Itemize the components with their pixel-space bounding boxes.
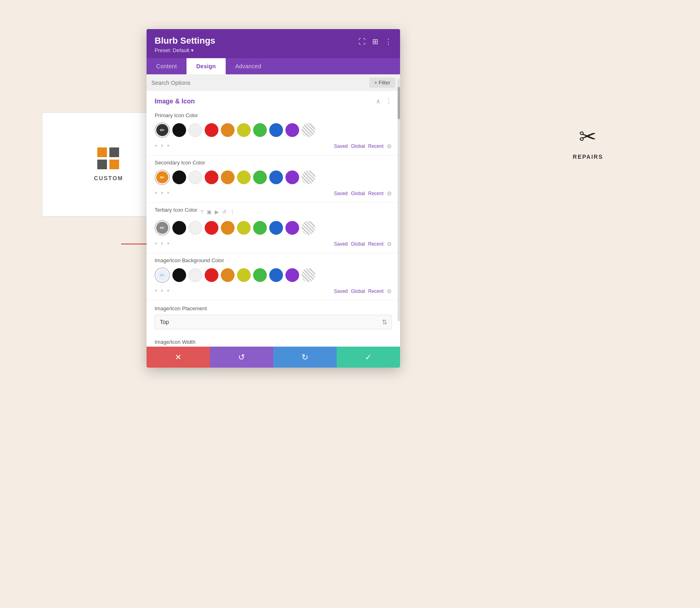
- swatch-black-3[interactable]: [172, 221, 186, 235]
- swatch-black-4[interactable]: [172, 268, 186, 282]
- layout-icon[interactable]: ⊞: [372, 37, 378, 46]
- swatch-green-4[interactable]: [253, 268, 267, 282]
- scrollbar-thumb[interactable]: [398, 87, 400, 119]
- placement-select[interactable]: Top Left Right Bottom: [155, 315, 392, 329]
- tertiary-global[interactable]: Global: [351, 241, 365, 247]
- tertiary-dots: • • •: [155, 240, 331, 248]
- bg-color-swatches: ✏: [155, 267, 392, 283]
- search-input[interactable]: [151, 80, 369, 86]
- swatch-black-2[interactable]: [172, 170, 186, 184]
- secondary-global[interactable]: Global: [351, 191, 365, 196]
- primary-color-meta: • • • Saved Global Recent ⚙: [155, 141, 392, 153]
- swatch-none-2[interactable]: [302, 170, 315, 184]
- primary-global[interactable]: Global: [351, 143, 365, 149]
- swatch-green-2[interactable]: [253, 170, 267, 184]
- swatch-yellow-3[interactable]: [237, 221, 251, 235]
- collapse-icon[interactable]: ∧: [376, 97, 381, 105]
- swatch-orange-3[interactable]: [221, 221, 235, 235]
- bg-global[interactable]: Global: [351, 288, 365, 294]
- undo-button[interactable]: ↺: [210, 347, 273, 368]
- bg-recent[interactable]: Recent: [368, 288, 384, 294]
- swatch-orange-2[interactable]: [221, 170, 235, 184]
- swatch-blue-3[interactable]: [269, 221, 283, 235]
- swatch-white-1[interactable]: [189, 123, 202, 137]
- tertiary-gear-icon[interactable]: ⚙: [387, 241, 392, 247]
- modal-footer: ✕ ↺ ↻ ✓: [147, 347, 400, 368]
- swatch-purple-3[interactable]: [285, 221, 299, 235]
- bg-saved[interactable]: Saved: [334, 288, 348, 294]
- modal-preset[interactable]: Preset: Default ▾: [155, 47, 215, 53]
- secondary-saved[interactable]: Saved: [334, 191, 348, 196]
- blurb-settings-modal: Blurb Settings Preset: Default ▾ ⛶ ⊞ ⋮ C…: [147, 29, 400, 368]
- secondary-gear-icon[interactable]: ⚙: [387, 190, 392, 197]
- primary-saved[interactable]: Saved: [334, 143, 348, 149]
- section-actions: ∧ ⋮: [376, 97, 392, 105]
- swatch-red-4[interactable]: [205, 268, 218, 282]
- custom-logo: [97, 147, 120, 170]
- swatch-yellow-1[interactable]: [237, 123, 251, 137]
- logo-cell-2: [109, 147, 119, 157]
- expand-icon[interactable]: ⛶: [358, 38, 366, 46]
- primary-color-swatches: ✏: [155, 122, 392, 138]
- tertiary-recent[interactable]: Recent: [368, 241, 384, 247]
- tertiary-more-icon[interactable]: ⋮: [230, 209, 235, 215]
- logo-cell-1: [97, 147, 107, 157]
- bg-eyedropper-swatch[interactable]: ✏: [155, 267, 170, 283]
- swatch-black-1[interactable]: [172, 123, 186, 137]
- swatch-blue-4[interactable]: [269, 268, 283, 282]
- tertiary-color-label: Tertiary Icon Color: [155, 207, 197, 213]
- secondary-recent[interactable]: Recent: [368, 191, 384, 196]
- cancel-button[interactable]: ✕: [147, 347, 210, 368]
- swatch-purple-1[interactable]: [285, 123, 299, 137]
- tabs: Content Design Advanced: [147, 58, 400, 74]
- swatch-orange-4[interactable]: [221, 268, 235, 282]
- tertiary-cursor-icon[interactable]: ▶: [215, 209, 219, 215]
- modal-scrollbar[interactable]: [398, 79, 400, 321]
- swatch-orange-1[interactable]: [221, 123, 235, 137]
- swatch-white-4[interactable]: [189, 268, 202, 282]
- swatch-purple-4[interactable]: [285, 268, 299, 282]
- tertiary-color-setting: Tertiary Icon Color ? ▣ ▶ ↺ ⋮ ✏: [147, 203, 400, 253]
- primary-eyedropper-swatch[interactable]: ✏: [155, 122, 170, 138]
- save-button[interactable]: ✓: [337, 347, 400, 368]
- primary-gear-icon[interactable]: ⚙: [387, 143, 392, 149]
- tertiary-help-icon[interactable]: ?: [200, 209, 203, 215]
- logo-cell-3: [97, 160, 107, 169]
- swatch-green-1[interactable]: [253, 123, 267, 137]
- tertiary-color-meta: • • • Saved Global Recent ⚙: [155, 239, 392, 250]
- secondary-eyedropper-swatch[interactable]: ✏: [155, 170, 170, 185]
- secondary-dots: • • •: [155, 189, 331, 198]
- tertiary-reset-icon[interactable]: ↺: [222, 209, 226, 215]
- swatch-blue-2[interactable]: [269, 170, 283, 184]
- swatch-white-2[interactable]: [189, 170, 202, 184]
- swatch-none-1[interactable]: [302, 123, 315, 137]
- tertiary-eyedropper-inner: ✏: [156, 222, 168, 234]
- logo-cell-4: [109, 160, 119, 169]
- section-more-icon[interactable]: ⋮: [386, 97, 392, 105]
- swatch-purple-2[interactable]: [285, 170, 299, 184]
- preset-chevron: ▾: [191, 47, 194, 53]
- bg-gear-icon[interactable]: ⚙: [387, 288, 392, 295]
- tab-content[interactable]: Content: [147, 58, 187, 74]
- swatch-red-3[interactable]: [205, 221, 218, 235]
- swatch-none-3[interactable]: [302, 221, 315, 235]
- tertiary-saved[interactable]: Saved: [334, 241, 348, 247]
- tab-design[interactable]: Design: [187, 58, 225, 74]
- tertiary-eyedropper-swatch[interactable]: ✏: [155, 220, 170, 236]
- filter-button[interactable]: + Filter: [369, 78, 395, 88]
- swatch-yellow-2[interactable]: [237, 170, 251, 184]
- swatch-green-3[interactable]: [253, 221, 267, 235]
- swatch-none-4[interactable]: [302, 268, 315, 282]
- swatch-red-2[interactable]: [205, 170, 218, 184]
- bg-color-setting: Image/Icon Background Color ✏ • • •: [147, 253, 400, 301]
- primary-recent[interactable]: Recent: [368, 143, 384, 149]
- swatch-red-1[interactable]: [205, 123, 218, 137]
- tertiary-phone-icon[interactable]: ▣: [207, 209, 212, 215]
- swatch-white-3[interactable]: [189, 221, 202, 235]
- custom-label: CUSTOM: [94, 175, 123, 181]
- more-icon[interactable]: ⋮: [385, 37, 392, 46]
- redo-button[interactable]: ↻: [273, 347, 337, 368]
- swatch-blue-1[interactable]: [269, 123, 283, 137]
- tab-advanced[interactable]: Advanced: [226, 58, 271, 74]
- swatch-yellow-4[interactable]: [237, 268, 251, 282]
